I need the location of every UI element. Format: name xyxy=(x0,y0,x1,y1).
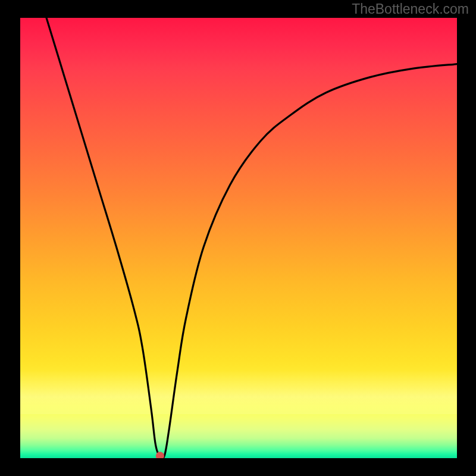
curve-svg xyxy=(20,18,457,458)
watermark-text: TheBottleneck.com xyxy=(352,1,469,17)
chart-frame: TheBottleneck.com xyxy=(0,0,476,476)
plot-area xyxy=(20,18,457,458)
bottleneck-curve xyxy=(46,18,457,458)
